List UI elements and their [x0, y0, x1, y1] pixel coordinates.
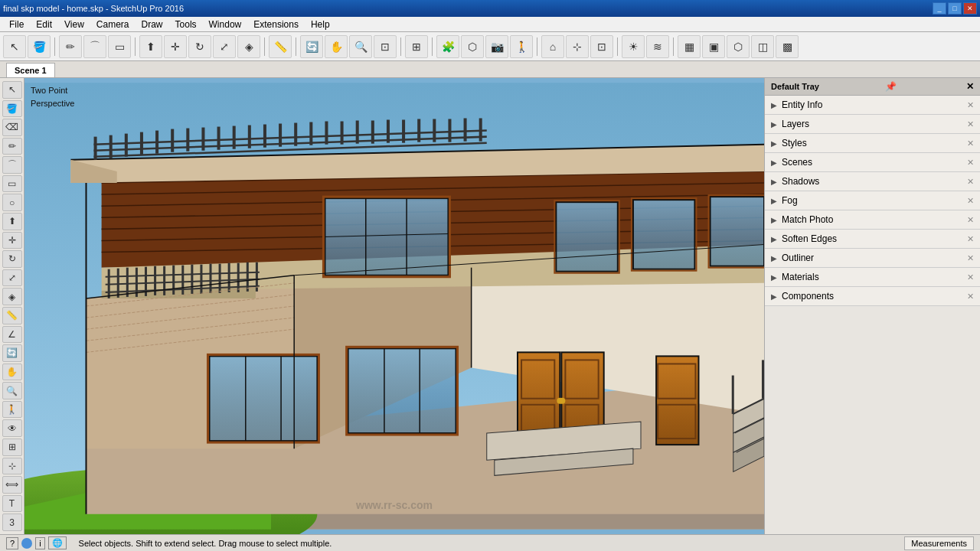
lt-3dtext[interactable]: 3: [2, 514, 22, 531]
axes-btn[interactable]: ⊹: [566, 35, 589, 58]
menu-window[interactable]: Window: [203, 18, 248, 31]
components-close-icon[interactable]: ✕: [967, 292, 974, 302]
style2-btn[interactable]: ◫: [751, 35, 774, 58]
tray-styles[interactable]: ▶ Styles ✕: [765, 134, 980, 153]
styles-close-icon[interactable]: ✕: [967, 139, 974, 148]
components-btn[interactable]: 🧩: [436, 35, 459, 58]
style3-btn[interactable]: ▩: [776, 35, 799, 58]
menu-draw[interactable]: Draw: [136, 18, 169, 31]
edge-style-btn[interactable]: ▦: [678, 35, 701, 58]
menu-camera[interactable]: Camera: [90, 18, 136, 31]
tray-components[interactable]: ▶ Components ✕: [765, 287, 980, 306]
lt-pan[interactable]: ✋: [2, 364, 22, 381]
tray-match-photo[interactable]: ▶ Match Photo ✕: [765, 210, 980, 230]
menu-file[interactable]: File: [3, 18, 30, 31]
lt-dim[interactable]: ⟺: [2, 476, 22, 494]
lt-eraser[interactable]: ⌫: [2, 119, 22, 136]
lt-paint[interactable]: 🪣: [2, 100, 22, 118]
arc-tool-btn[interactable]: ⌒: [83, 35, 106, 58]
tray-fog[interactable]: ▶ Fog ✕: [765, 191, 980, 210]
lt-scale[interactable]: ⤢: [2, 269, 22, 287]
zoom-tool-btn[interactable]: 🔍: [349, 35, 372, 58]
tray-soften-edges[interactable]: ▶ Soften Edges ✕: [765, 230, 980, 249]
lt-protract[interactable]: ∠: [2, 326, 22, 344]
line-tool-btn[interactable]: ✏: [59, 35, 82, 58]
tray-pin-icon[interactable]: 📌: [885, 81, 897, 92]
fog-close-icon[interactable]: ✕: [967, 196, 974, 206]
section-tool-btn[interactable]: ⊞: [405, 35, 428, 58]
layers-close-icon[interactable]: ✕: [967, 119, 974, 129]
wireframe-btn[interactable]: ⬡: [727, 35, 750, 58]
viewport[interactable]: Two Point Perspective www.rr-sc.com: [24, 78, 764, 534]
info-icon[interactable]: i: [35, 537, 44, 549]
help-icon[interactable]: ?: [6, 537, 18, 549]
scene-tab-1[interactable]: Scene 1: [6, 63, 55, 77]
minimize-button[interactable]: _: [933, 2, 946, 15]
lt-look[interactable]: 👁: [2, 419, 22, 437]
views-btn[interactable]: ⊡: [590, 35, 613, 58]
lt-move[interactable]: ✛: [2, 232, 22, 249]
lt-section[interactable]: ⊞: [2, 439, 22, 456]
lt-pushpull[interactable]: ⬆: [2, 213, 22, 230]
tray-scenes[interactable]: ▶ Scenes ✕: [765, 153, 980, 172]
offset-tool-btn[interactable]: ◈: [237, 35, 260, 58]
zoom-ext-btn[interactable]: ⊡: [374, 35, 397, 58]
tape-tool-btn[interactable]: 📏: [269, 35, 292, 58]
select-tool-btn[interactable]: ↖: [3, 35, 26, 58]
groups-btn[interactable]: ⬡: [461, 35, 484, 58]
lt-text[interactable]: T: [2, 495, 22, 513]
shadow-btn[interactable]: ☀: [622, 35, 645, 58]
menu-bar: File Edit View Camera Draw Tools Window …: [0, 17, 980, 32]
lt-zoom[interactable]: 🔍: [2, 382, 22, 399]
status-bar: ? i 🌐 Select objects. Shift to extend se…: [0, 534, 980, 551]
soften-edges-arrow-icon: ▶: [771, 235, 777, 243]
menu-extensions[interactable]: Extensions: [247, 18, 305, 31]
tray-materials[interactable]: ▶ Materials ✕: [765, 268, 980, 287]
close-button[interactable]: ✕: [963, 2, 977, 15]
outliner-close-icon[interactable]: ✕: [967, 253, 974, 263]
walk-btn[interactable]: 🚶: [510, 35, 533, 58]
lt-rect[interactable]: ▭: [2, 175, 22, 193]
lt-tape[interactable]: 📏: [2, 307, 22, 324]
menu-view[interactable]: View: [58, 18, 90, 31]
geo-icon[interactable]: 🌐: [48, 536, 67, 549]
lt-line[interactable]: ✏: [2, 138, 22, 155]
rotate-tool-btn[interactable]: ↻: [188, 35, 211, 58]
scenes-close-icon[interactable]: ✕: [967, 158, 974, 168]
orbit-tool-btn[interactable]: 🔄: [300, 35, 323, 58]
menu-tools[interactable]: Tools: [169, 18, 203, 31]
lt-circle[interactable]: ○: [2, 194, 22, 211]
svg-rect-56: [163, 266, 165, 295]
lt-offset[interactable]: ◈: [2, 288, 22, 305]
match-photo-close-icon[interactable]: ✕: [967, 215, 974, 225]
tray-entity-info[interactable]: ▶ Entity Info ✕: [765, 96, 980, 115]
fog-btn[interactable]: ≋: [646, 35, 669, 58]
scale-tool-btn[interactable]: ⤢: [213, 35, 236, 58]
lt-axes[interactable]: ⊹: [2, 458, 22, 475]
menu-help[interactable]: Help: [305, 18, 336, 31]
lt-arc[interactable]: ⌒: [2, 156, 22, 174]
move-tool-btn[interactable]: ✛: [164, 35, 187, 58]
maximize-button[interactable]: □: [948, 2, 962, 15]
pan-tool-btn[interactable]: ✋: [325, 35, 348, 58]
tray-close-icon[interactable]: ✕: [966, 81, 974, 92]
home-btn[interactable]: ⌂: [541, 35, 564, 58]
paint-tool-btn[interactable]: 🪣: [28, 35, 51, 58]
tray-shadows[interactable]: ▶ Shadows ✕: [765, 172, 980, 191]
soften-edges-close-icon[interactable]: ✕: [967, 234, 974, 244]
lt-select[interactable]: ↖: [2, 81, 22, 99]
camera-pos-btn[interactable]: 📷: [485, 35, 508, 58]
materials-close-icon[interactable]: ✕: [967, 272, 974, 282]
tray-outliner[interactable]: ▶ Outliner ✕: [765, 249, 980, 268]
face-style-btn[interactable]: ▣: [702, 35, 725, 58]
lt-orbit[interactable]: 🔄: [2, 344, 22, 362]
menu-edit[interactable]: Edit: [30, 18, 58, 31]
shape-tool-btn[interactable]: ▭: [108, 35, 131, 58]
lt-walk[interactable]: 🚶: [2, 401, 22, 419]
lt-rotate[interactable]: ↻: [2, 250, 22, 268]
entity-info-close-icon[interactable]: ✕: [967, 100, 974, 110]
sep9: [673, 37, 674, 56]
shadows-close-icon[interactable]: ✕: [967, 177, 974, 187]
tray-layers[interactable]: ▶ Layers ✕: [765, 115, 980, 134]
pushpull-tool-btn[interactable]: ⬆: [139, 35, 162, 58]
